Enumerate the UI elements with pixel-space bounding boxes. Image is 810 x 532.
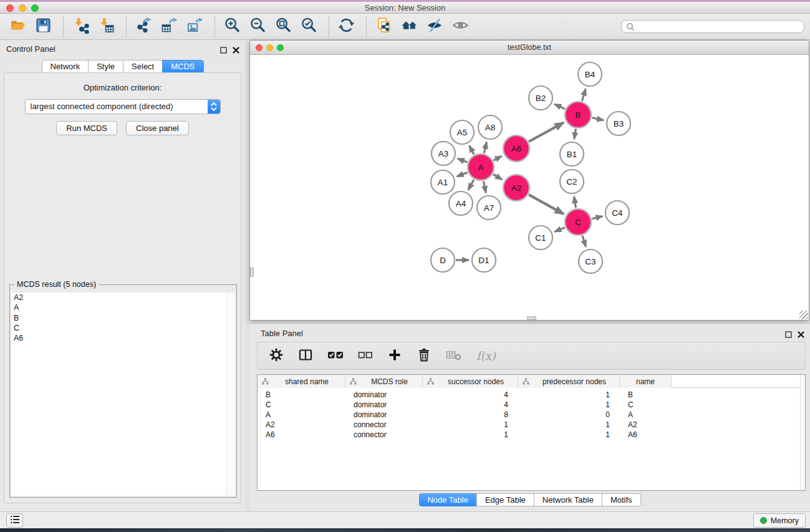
- network-canvas[interactable]: B4B2BB3A5A8A6A3B1AA1C2A2A4A7C4CC1C3DD1: [250, 55, 809, 320]
- node-B[interactable]: B: [565, 102, 591, 128]
- fullscreen-window-button[interactable]: [31, 4, 39, 12]
- mcds-result-item[interactable]: B: [11, 313, 235, 323]
- column-header-predecessor-nodes[interactable]: predecessor nodes: [518, 375, 620, 388]
- tab-select[interactable]: Select: [123, 60, 163, 73]
- task-history-button[interactable]: [6, 513, 23, 528]
- result-scrollbar-track[interactable]: [226, 293, 235, 496]
- node-A7[interactable]: A7: [477, 196, 501, 220]
- edge-B-B3[interactable]: [592, 118, 604, 120]
- node-C[interactable]: C: [565, 209, 591, 235]
- deselect-all-columns-button[interactable]: [358, 347, 373, 365]
- node-A1[interactable]: A1: [431, 170, 455, 194]
- edge-A6-B[interactable]: [529, 123, 564, 142]
- delete-table-button[interactable]: [446, 347, 462, 365]
- tab-network[interactable]: Network: [41, 60, 89, 73]
- window-resize-grip[interactable]: [799, 311, 808, 319]
- zoom-in-button[interactable]: [221, 16, 243, 38]
- column-header-successor-nodes[interactable]: successor nodes: [423, 375, 518, 388]
- network-from-file-button[interactable]: [372, 16, 395, 38]
- edge-A-A8[interactable]: [484, 142, 486, 153]
- node-A6[interactable]: A6: [503, 135, 529, 162]
- edge-A-A1[interactable]: [457, 172, 468, 177]
- show-graphics-button[interactable]: [449, 16, 471, 38]
- tab-mcds[interactable]: MCDS: [162, 60, 203, 73]
- edge-A-A6[interactable]: [493, 156, 501, 160]
- tab-style[interactable]: Style: [88, 60, 123, 73]
- save-session-button[interactable]: [32, 16, 54, 38]
- export-image-button[interactable]: [183, 16, 206, 38]
- tab-network-table[interactable]: Network Table: [534, 493, 602, 506]
- select-all-columns-button[interactable]: [327, 347, 344, 365]
- edge-C-C2[interactable]: [574, 196, 576, 208]
- node-A3[interactable]: A3: [432, 142, 455, 165]
- table-row[interactable]: A2connector11A2: [258, 420, 805, 430]
- panel-splitter-handle-bottom[interactable]: [527, 316, 536, 320]
- node-C3[interactable]: C3: [579, 249, 602, 273]
- tab-motifs[interactable]: Motifs: [602, 493, 641, 506]
- optimization-criterion-select[interactable]: largest connected component (directed): [25, 99, 221, 114]
- node-D[interactable]: D: [431, 248, 455, 272]
- hide-graphics-button[interactable]: [423, 16, 446, 38]
- zoom-selected-button[interactable]: [297, 16, 320, 38]
- network-close-button[interactable]: [256, 44, 263, 51]
- node-C2[interactable]: C2: [560, 170, 584, 193]
- close-panel-icon[interactable]: [233, 45, 239, 56]
- network-maximize-button[interactable]: [277, 44, 284, 51]
- edge-C-C1[interactable]: [555, 228, 565, 232]
- close-window-button[interactable]: [6, 4, 14, 12]
- float-panel-icon[interactable]: [785, 329, 792, 341]
- table-row[interactable]: A6connector11A6: [258, 430, 805, 440]
- edge-A-A3[interactable]: [458, 158, 467, 162]
- edge-B-B4[interactable]: [582, 89, 586, 101]
- export-table-button[interactable]: [158, 16, 180, 38]
- network-window-titlebar[interactable]: testGlobe.txt: [250, 41, 809, 55]
- search-input[interactable]: [622, 21, 804, 33]
- zoom-out-button[interactable]: [246, 16, 269, 38]
- attribute-options-button[interactable]: [269, 347, 284, 365]
- close-panel-icon[interactable]: [798, 329, 804, 341]
- edge-C-C3[interactable]: [582, 236, 586, 247]
- node-C1[interactable]: C1: [529, 226, 552, 249]
- panel-splitter-handle-left[interactable]: [250, 268, 254, 277]
- mcds-result-item[interactable]: A2: [11, 293, 235, 302]
- home-button[interactable]: [398, 16, 420, 38]
- mcds-result-item[interactable]: A: [11, 302, 235, 312]
- mcds-result-item[interactable]: C: [11, 323, 235, 333]
- minimize-window-button[interactable]: [19, 4, 26, 12]
- function-builder-button[interactable]: f(x): [476, 349, 496, 362]
- import-network-button[interactable]: [69, 16, 92, 38]
- table-row[interactable]: Cdominator41C: [258, 400, 805, 410]
- column-header-name[interactable]: name: [620, 375, 672, 388]
- edge-A-A5[interactable]: [470, 146, 475, 155]
- node-A5[interactable]: A5: [450, 120, 474, 144]
- add-column-button[interactable]: [387, 347, 402, 365]
- export-network-button[interactable]: [132, 16, 155, 38]
- mcds-result-item[interactable]: A6: [11, 333, 235, 343]
- node-B3[interactable]: B3: [607, 112, 630, 135]
- node-A[interactable]: A: [468, 154, 494, 180]
- tab-node-table[interactable]: Node Table: [418, 493, 477, 506]
- network-minimize-button[interactable]: [266, 44, 273, 51]
- edge-C-C4[interactable]: [592, 216, 602, 219]
- memory-button[interactable]: Memory: [753, 513, 806, 528]
- node-A2[interactable]: A2: [503, 175, 529, 201]
- edge-B-B2[interactable]: [554, 104, 565, 109]
- table-row[interactable]: Bdominator41B: [258, 390, 805, 400]
- edge-A-A4[interactable]: [468, 180, 474, 190]
- column-header-mcds-role[interactable]: MCDS role: [345, 375, 423, 388]
- import-table-button[interactable]: [95, 16, 117, 38]
- refresh-button[interactable]: [335, 16, 357, 38]
- edge-A-A7[interactable]: [484, 181, 486, 193]
- close-panel-button[interactable]: Close panel: [126, 121, 189, 135]
- node-A8[interactable]: A8: [478, 115, 502, 139]
- edge-A-A2[interactable]: [493, 175, 502, 180]
- mcds-result-list[interactable]: A2ABCA6: [11, 293, 235, 496]
- node-A4[interactable]: A4: [449, 191, 473, 215]
- edge-A2-C[interactable]: [529, 195, 564, 214]
- edge-B-B1[interactable]: [574, 129, 576, 139]
- delete-column-button[interactable]: [417, 347, 432, 365]
- table-scrollbar-track[interactable]: [800, 375, 805, 490]
- node-B1[interactable]: B1: [560, 142, 584, 166]
- node-D1[interactable]: D1: [472, 248, 496, 272]
- node-B2[interactable]: B2: [529, 86, 552, 110]
